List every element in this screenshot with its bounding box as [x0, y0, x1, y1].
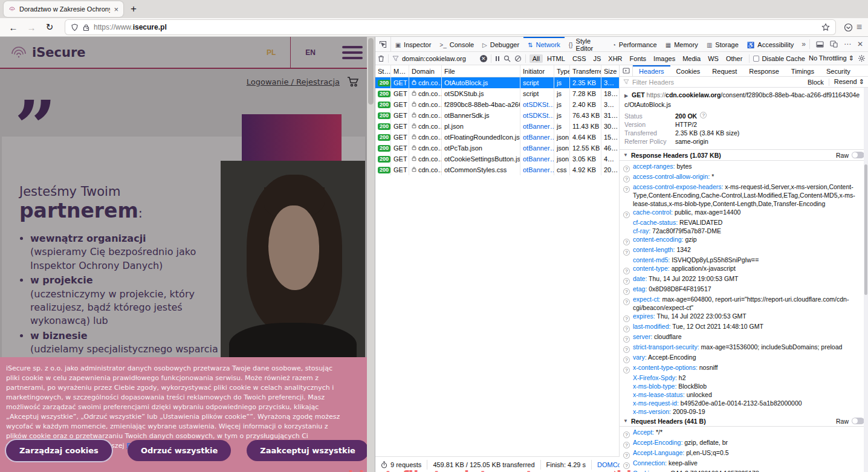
meatball-menu-icon[interactable]: ⋯ — [844, 40, 851, 48]
initiator-cell[interactable]: otBanner… — [520, 132, 554, 143]
clear-filter-icon[interactable]: ✕ — [480, 55, 487, 62]
response-header-row-accept-ranges[interactable]: ?accept-ranges: bytes — [620, 162, 868, 172]
help-icon[interactable]: ? — [623, 268, 630, 274]
response-header-row-date[interactable]: ?date: Thu, 14 Jul 2022 19:00:53 GMT — [620, 274, 868, 285]
initiator-cell[interactable]: otBanner… — [520, 154, 554, 164]
response-header-row-content-md5[interactable]: content-md5: ISVHQDp8yLpS5h8SniPgIw== — [620, 256, 868, 264]
response-header-row-etag[interactable]: ?etag: 0x8D98D8F4F819517 — [620, 285, 868, 295]
cookie-button-zarz-dzaj-cookies[interactable]: Zarządzaj cookies — [6, 440, 112, 461]
initiator-cell[interactable]: otBanner… — [520, 164, 554, 175]
response-header-row-x-ms-blob-type[interactable]: x-ms-blob-type: BlockBlob — [620, 382, 868, 390]
devtools-tab-memory[interactable]: ▦Memory — [661, 37, 702, 51]
reload-icon[interactable]: ↻ — [42, 22, 57, 33]
response-header-row-x-ms-lease-status[interactable]: x-ms-lease-status: unlocked — [620, 390, 868, 399]
devtools-tab-network[interactable]: ⇅Network — [523, 37, 565, 51]
checkbox-icon[interactable] — [753, 56, 759, 62]
help-icon[interactable]: ? — [623, 212, 630, 218]
pocket-icon[interactable] — [844, 23, 853, 32]
request-header-row-Accept-Encoding[interactable]: ?Accept-Encoding: gzip, deflate, br — [620, 438, 868, 448]
request-table-header[interactable]: St…M…DomainFileInitiatorTypeTransferredS… — [375, 65, 619, 77]
help-icon[interactable]: ? — [623, 367, 630, 373]
table-row[interactable]: 200GETcdn.co…otCookieSettingsButton.json… — [375, 154, 619, 164]
type-filter-xhr[interactable]: XHR — [605, 54, 625, 63]
initiator-cell[interactable]: otSDKSt… — [520, 110, 554, 121]
throttling-dropdown[interactable]: No Throttling ⇕ — [809, 54, 854, 62]
devtools-tab-inspector[interactable]: ▣Inspector — [391, 37, 436, 51]
response-header-row-x-ms-version[interactable]: x-ms-version: 2009-09-19 — [620, 407, 868, 416]
help-icon[interactable]: ? — [623, 249, 630, 256]
detail-tab-response[interactable]: Response — [743, 65, 785, 76]
table-row[interactable]: 200GETcdn.co…f2890bc8-88eb-4bac-a266-df9… — [375, 99, 619, 110]
detail-tab-request[interactable]: Request — [706, 65, 743, 76]
devtools-tab-storage[interactable]: ▥Storage — [702, 37, 743, 51]
lang-en-button[interactable]: EN — [291, 48, 330, 57]
type-filter-all[interactable]: All — [530, 54, 543, 63]
collapse-triangle-icon[interactable]: ▼ — [623, 151, 628, 160]
menu-hamburger-icon[interactable]: ≡ — [857, 22, 862, 33]
detail-scrollbar[interactable] — [864, 88, 868, 472]
help-icon[interactable]: ? — [623, 452, 630, 459]
lock-icon[interactable] — [83, 24, 89, 31]
request-header-row-Cookie[interactable]: ?Cookie: _ga=GA1.2.704861004.1657825178;… — [620, 469, 868, 472]
raw-toggle[interactable] — [852, 418, 864, 424]
devtools-tab-accessibility[interactable]: ♿Accessibility — [743, 37, 798, 51]
network-settings-gear-icon[interactable] — [858, 54, 866, 62]
help-icon[interactable]: ? — [623, 186, 630, 193]
column-header-transferred[interactable]: Transferred — [570, 65, 601, 77]
panel-toggle-icon[interactable] — [620, 65, 633, 76]
resend-dropdown[interactable]: Resend ⇕ — [834, 78, 864, 86]
help-icon[interactable]: ? — [623, 299, 630, 305]
table-row[interactable]: 200GETcdn.co…OtAutoBlock.jsscriptjs2.35 … — [375, 77, 619, 88]
type-filter-media[interactable]: Media — [679, 54, 704, 63]
table-row[interactable]: 200GETcdn.co…otFloatingRoundedIcon.jsono… — [375, 132, 619, 143]
table-row[interactable]: 200GETcdn.co…otBannerSdk.jsotSDKSt…js76.… — [375, 110, 619, 121]
column-header-type[interactable]: Type — [554, 65, 570, 77]
pick-element-icon[interactable] — [375, 37, 391, 51]
devtools-tab-style-editor[interactable]: {}Style Editor — [565, 37, 608, 51]
table-row[interactable]: 200GETcdn.co…otPcTab.jsonotBanner…json12… — [375, 143, 619, 154]
help-icon[interactable]: ? — [700, 112, 707, 118]
response-header-row-cf-ray[interactable]: cf-ray: 72ac80f79f5a7b87-DME — [620, 227, 868, 235]
browser-tab[interactable]: Doradztwo w Zakresie Ochrony Dany × — [4, 1, 123, 17]
response-header-row-x-ms-request-id[interactable]: x-ms-request-id: b4952d0e-a01e-0014-2132… — [620, 399, 868, 407]
help-icon[interactable]: ? — [623, 432, 630, 438]
cookie-button-odrzu-wszystkie[interactable]: Odrzuć wszystkie — [128, 440, 231, 461]
request-header-row-Accept[interactable]: ?Accept: */* — [620, 428, 868, 438]
block-request-icon[interactable] — [514, 55, 522, 62]
forward-icon[interactable]: → — [24, 22, 39, 33]
tab-close-icon[interactable]: × — [114, 5, 118, 14]
response-header-row-expect-ct[interactable]: ?expect-ct: max-age=604800, report-uri="… — [620, 295, 868, 312]
help-icon[interactable]: ? — [623, 176, 630, 183]
help-icon[interactable]: ? — [623, 346, 630, 353]
response-header-row-access-control-expose-headers[interactable]: ?access-control-expose-headers: x-ms-req… — [620, 183, 868, 208]
response-header-row-cache-control[interactable]: ?cache-control: public, max-age=14400 — [620, 208, 868, 218]
type-filter-js[interactable]: JS — [591, 54, 604, 63]
block-button[interactable]: Block — [808, 79, 824, 86]
cookie-button-zaakceptuj-wszystkie[interactable]: Zaakceptuj wszystkie — [247, 440, 369, 461]
site-logo[interactable]: iSecure — [10, 43, 86, 62]
bookmark-star-icon[interactable] — [821, 23, 830, 31]
response-header-row-last-modified[interactable]: ?last-modified: Tue, 12 Oct 2021 14:48:1… — [620, 322, 868, 332]
detail-tab-cookies[interactable]: Cookies — [670, 65, 707, 76]
response-header-row-cf-cache-status[interactable]: cf-cache-status: REVALIDATED — [620, 218, 868, 227]
initiator-cell[interactable]: otBanner… — [520, 121, 554, 132]
close-devtools-icon[interactable]: ✕ — [857, 40, 863, 48]
help-icon[interactable]: ? — [623, 357, 630, 363]
help-icon[interactable]: ? — [623, 239, 630, 245]
login-register-link[interactable]: Logowanie / Rejestracja — [247, 77, 340, 86]
column-header-domain[interactable]: Domain — [409, 65, 442, 77]
table-row[interactable]: 200GETcdn.co…otCommonStyles.cssotBanner…… — [375, 164, 619, 175]
response-header-row-access-control-allow-origin[interactable]: ?access-control-allow-origin: * — [620, 172, 868, 183]
expand-triangle-icon[interactable]: ▶ — [624, 93, 628, 99]
request-header-row-Connection[interactable]: ?Connection: keep-alive — [620, 459, 868, 469]
response-header-row-server[interactable]: ?server: cloudflare — [620, 332, 868, 343]
type-filter-ws[interactable]: WS — [705, 54, 722, 63]
response-header-row-expires[interactable]: ?expires: Thu, 14 Jul 2022 23:00:53 GMT — [620, 312, 868, 322]
help-icon[interactable]: ? — [623, 442, 630, 448]
cart-icon[interactable] — [347, 76, 359, 87]
type-filter-other[interactable]: Other — [723, 54, 746, 63]
help-icon[interactable]: ? — [623, 326, 630, 332]
devtools-tab-console[interactable]: >_Console — [435, 37, 478, 51]
lang-pl-button[interactable]: PL — [252, 48, 290, 57]
detail-tab-headers[interactable]: Headers — [633, 65, 670, 76]
